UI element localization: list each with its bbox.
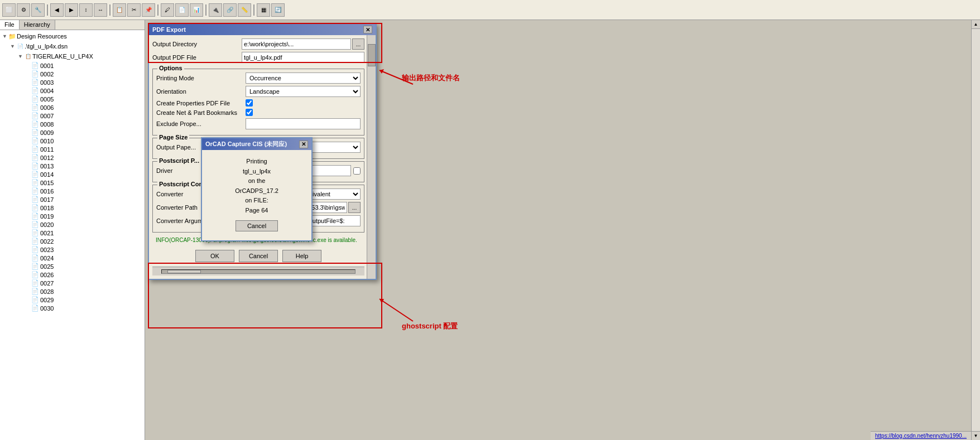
tree-item-page-0006[interactable]: 📄0006 xyxy=(0,103,145,112)
page-icon: 📄 xyxy=(31,95,39,103)
svg-line-2 xyxy=(379,299,413,321)
tree-item-page-0013[interactable]: 📄0013 xyxy=(0,162,145,170)
tree-item-page-0030[interactable]: 📄0030 xyxy=(0,304,145,312)
tree-item-page-0017[interactable]: 📄0017 xyxy=(0,195,145,204)
tree-item-page-0010[interactable]: 📄0010 xyxy=(0,137,145,145)
expand-tigerlake: ▼ xyxy=(18,54,23,59)
orcad-cancel-button[interactable]: Cancel xyxy=(236,220,278,231)
toolbar-icon-17[interactable]: ▦ xyxy=(257,3,270,17)
tree-item-page-0025[interactable]: 📄0025 xyxy=(0,262,145,270)
toolbar-icon-4[interactable]: ◀ xyxy=(50,3,64,17)
toolbar-icon-5[interactable]: ▶ xyxy=(65,3,78,17)
tree-item-page-0012[interactable]: 📄0012 xyxy=(0,153,145,162)
tree-item-page-0015[interactable]: 📄0015 xyxy=(0,178,145,187)
tree-item-page-0005[interactable]: 📄0005 xyxy=(0,95,145,103)
page-icon: 📄 xyxy=(31,146,39,153)
toolbar-icon-10[interactable]: 📌 xyxy=(142,3,155,17)
exclude-properties-input[interactable] xyxy=(246,118,361,129)
tree-item-page-0002[interactable]: 📄0002 xyxy=(0,70,145,78)
main-area: File Hierarchy ▼ 📁 Design Resources ▼ 📄 … xyxy=(0,20,980,440)
output-directory-input[interactable] xyxy=(242,38,351,50)
page-label: 0017 xyxy=(40,196,54,203)
tree-item-page-0018[interactable]: 📄0018 xyxy=(0,204,145,212)
tree-item-page-0023[interactable]: 📄0023 xyxy=(0,245,145,254)
label-design-resources: Design Resources xyxy=(17,33,67,40)
toolbar-icon-9[interactable]: ✂ xyxy=(127,3,141,17)
cancel-button[interactable]: Cancel xyxy=(239,250,278,262)
tree-view: ▼ 📁 Design Resources ▼ 📄 .\tgl_u_lp4x.ds… xyxy=(0,30,145,440)
help-button[interactable]: Help xyxy=(282,250,321,262)
output-pdf-label: Output PDF File xyxy=(152,54,242,61)
output-directory-browse-button[interactable]: ... xyxy=(352,38,364,50)
tree-item-page-0011[interactable]: 📄0011 xyxy=(0,145,145,153)
toolbar-icon-13[interactable]: 📊 xyxy=(190,3,203,17)
page-label: 0008 xyxy=(40,121,54,128)
tree-item-tigerlake[interactable]: ▼ 📋 TIGERLAKE_U_LP4X xyxy=(0,51,145,61)
tab-file[interactable]: File xyxy=(0,20,20,30)
tree-item-page-0007[interactable]: 📄0007 xyxy=(0,112,145,120)
orcad-dialog-title: OrCAD Capture CIS (未同应) xyxy=(205,140,287,148)
page-label: 0028 xyxy=(40,288,54,295)
tree-item-page-0020[interactable]: 📄0020 xyxy=(0,220,145,229)
toolbar-icon-8[interactable]: 📋 xyxy=(113,3,126,17)
toolbar-icon-1[interactable]: ⬜ xyxy=(2,3,16,17)
tree-item-page-0021[interactable]: 📄0021 xyxy=(0,229,145,237)
printing-mode-label: Printing Mode xyxy=(156,75,246,81)
converter-path-browse-button[interactable]: ... xyxy=(348,202,361,213)
toolbar-icon-16[interactable]: 📏 xyxy=(238,3,251,17)
pdf-dialog-close-button[interactable]: ✕ xyxy=(363,26,372,33)
tree-item-page-0028[interactable]: 📄0028 xyxy=(0,287,145,296)
tree-item-page-0016[interactable]: 📄0016 xyxy=(0,187,145,195)
tree-item-page-0004[interactable]: 📄0004 xyxy=(0,86,145,95)
tree-item-page-0001[interactable]: 📄0001 xyxy=(0,61,145,70)
toolbar-icon-11[interactable]: 🖊 xyxy=(161,3,174,17)
toolbar-icon-12[interactable]: 📄 xyxy=(175,3,189,17)
toolbar-icon-7[interactable]: ↔ xyxy=(94,3,107,17)
toolbar-icon-18[interactable]: 🔄 xyxy=(271,3,285,17)
tree-item-page-0024[interactable]: 📄0024 xyxy=(0,254,145,262)
horizontal-scrollbar[interactable] xyxy=(152,267,364,275)
tree-item-page-0027[interactable]: 📄0027 xyxy=(0,279,145,287)
annotation-output: 输出路径和文件名 xyxy=(402,73,460,83)
page-label: 0025 xyxy=(40,263,54,270)
create-properties-checkbox[interactable] xyxy=(246,99,253,107)
scrollbar-down-arrow[interactable]: ▼ xyxy=(972,431,980,440)
status-bar-link[interactable]: https://blog.csdn.net/henryzhu1990... xyxy=(871,431,971,440)
tree-item-page-0022[interactable]: 📄0022 xyxy=(0,237,145,245)
scrollbar-up-arrow[interactable]: ▲ xyxy=(972,20,980,29)
toolbar-icon-3[interactable]: 🔧 xyxy=(31,3,45,17)
output-pdf-input[interactable] xyxy=(242,52,364,63)
pdf-dialog-title-bar[interactable]: PDF Export ✕ xyxy=(149,24,376,35)
orientation-select[interactable]: Landscape Portrait xyxy=(246,86,361,97)
tree-item-page-0019[interactable]: 📄0019 xyxy=(0,212,145,220)
printing-mode-select[interactable]: Occurrence Value Flat xyxy=(246,72,361,84)
toolbar-icon-15[interactable]: 🔗 xyxy=(223,3,237,17)
page-label: 0012 xyxy=(40,154,54,161)
driver-checkbox[interactable] xyxy=(353,167,361,175)
dialog-vertical-scrollbar[interactable] xyxy=(367,35,376,279)
tree-item-page-0014[interactable]: 📄0014 xyxy=(0,170,145,178)
toolbar-icon-14[interactable]: 🔌 xyxy=(209,3,222,17)
tree-item-page-0008[interactable]: 📄0008 xyxy=(0,120,145,128)
toolbar-icon-2[interactable]: ⚙ xyxy=(17,3,30,17)
toolbar-icon-6[interactable]: ↕ xyxy=(79,3,93,17)
svg-marker-1 xyxy=(379,69,384,74)
page-icon: 📄 xyxy=(31,104,39,111)
orcad-dialog-close-button[interactable]: ✕ xyxy=(299,141,308,148)
tree-item-dsn[interactable]: ▼ 📄 .\tgl_u_lp4x.dsn xyxy=(0,41,145,51)
tab-hierarchy[interactable]: Hierarchy xyxy=(20,20,55,30)
ok-button[interactable]: OK xyxy=(195,250,234,262)
page-label: 0007 xyxy=(40,113,54,119)
tree-item-design-resources[interactable]: ▼ 📁 Design Resources xyxy=(0,31,145,41)
orcad-dialog-title-bar[interactable]: OrCAD Capture CIS (未同应) ✕ xyxy=(202,138,311,150)
tree-item-page-0029[interactable]: 📄0029 xyxy=(0,296,145,304)
tree-item-page-0026[interactable]: 📄0026 xyxy=(0,270,145,279)
page-icon: 📄 xyxy=(31,271,39,278)
right-scrollbar[interactable]: ▲ ▼ xyxy=(971,20,980,440)
tree-item-page-0009[interactable]: 📄0009 xyxy=(0,128,145,137)
folder-icon-design-resources: 📁 xyxy=(8,32,17,41)
page-label: 0005 xyxy=(40,96,54,103)
tree-item-page-0003[interactable]: 📄0003 xyxy=(0,78,145,86)
create-bookmarks-checkbox[interactable] xyxy=(246,109,253,116)
page-icon: 📄 xyxy=(31,171,39,178)
